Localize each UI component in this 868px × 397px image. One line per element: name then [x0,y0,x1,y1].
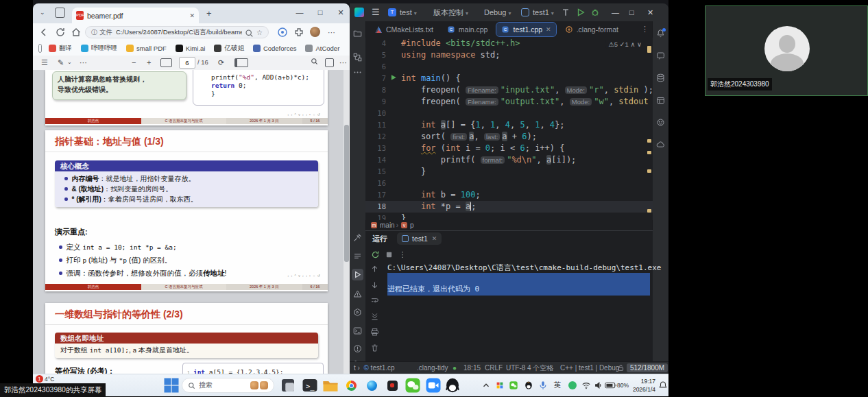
volume-icon[interactable] [592,379,605,392]
page-view-icon[interactable] [234,58,248,67]
run-console[interactable]: C:\Users\24087\Desktop\C语言\test\cmake-bu… [387,263,650,362]
tab-options-icon[interactable]: ⋮ [641,25,649,34]
editor-tab-test1-cpp[interactable]: Ctest1.cpp✕ [496,23,555,36]
memory-indicator[interactable]: 512/1800M [627,363,668,372]
bookmark-item[interactable]: 亿破姐 [214,44,244,53]
ide-close-button[interactable]: ✕ [647,3,653,21]
tool-stripe-inspections-icon[interactable] [352,343,363,354]
zoom-in-icon[interactable]: + [147,57,151,68]
wifi-icon[interactable] [580,379,592,392]
extensions-icon[interactable] [293,27,304,38]
vcs-widget[interactable]: 版本控制▾ [433,3,468,21]
ide-minimize-button[interactable]: — [612,3,619,21]
lock-icon[interactable] [617,363,625,374]
browser-tab-active[interactable]: PDF beamer.pdf ✕ [72,8,199,23]
pdf-more-icon[interactable]: ⋯ [339,57,347,68]
build-hammer-icon[interactable] [561,8,570,17]
tool-stripe-todo-icon[interactable] [352,250,363,262]
ime-indicator[interactable]: 英 [551,379,564,392]
thumbnails-icon[interactable]: ☰ [41,57,48,68]
tab-close-icon[interactable]: ✕ [189,12,195,19]
save-icon[interactable] [325,58,334,67]
breadcrumb-item[interactable]: main [380,221,395,229]
zoom-search-icon[interactable] [245,28,254,37]
bookmark-item[interactable]: AtCoder [305,45,339,52]
terminal-app[interactable]: >_ [302,377,318,394]
run-line-icon[interactable] [390,73,397,84]
ide-maximize-button[interactable]: □ [629,3,634,21]
weather-temp[interactable]: 4°C [45,376,54,383]
fit-width-icon[interactable] [160,58,172,67]
status-context[interactable]: C++ | test1 | Debug [560,362,619,374]
home-icon[interactable] [71,27,82,38]
battery-icon[interactable] [605,379,617,392]
status-breadcrumb[interactable]: t › © test1.cp [354,362,395,374]
tool-stripe-problems-icon[interactable] [352,288,363,300]
browser-minimize-button[interactable]: — [292,5,307,19]
pdf-scrollbar[interactable] [343,70,350,374]
console-soft-wrap-icon[interactable] [370,296,381,306]
rerun-icon[interactable] [368,248,382,261]
reload-icon[interactable] [55,27,66,38]
editor-tab-main-cpp[interactable]: Cmain.cpp [442,23,493,36]
back-icon[interactable] [38,27,49,38]
pinned-dark-app[interactable] [384,377,400,394]
meeting-app[interactable] [425,377,442,394]
tool-stripe-database-icon[interactable] [655,72,666,84]
taskbar-clock[interactable]: 19:17 2026/1/4 [628,377,655,394]
tool-stripe-structure-icon[interactable] [352,51,363,63]
status-clang-tidy[interactable]: .clang-tidy [417,362,448,374]
edge-app[interactable] [363,377,380,394]
tool-stripe-profiler-icon[interactable] [655,117,666,128]
bookmark-item[interactable]: small PDF [126,45,167,52]
browser-maximize-button[interactable]: □ [313,5,328,19]
browser-menu-icon[interactable]: ⋯ [328,28,339,39]
bookmark-item[interactable]: Kimi.ai [176,45,206,52]
tray-wechat-icon[interactable] [507,379,520,392]
workspaces-icon[interactable] [55,8,65,18]
qq-app[interactable] [444,377,461,394]
page-info-icon[interactable]: ⓘ [91,28,97,37]
tool-stripe-run-icon[interactable] [352,269,363,280]
copilot-icon[interactable] [277,27,288,38]
tab-search-chevron-icon[interactable]: ⌄ [40,9,45,16]
toolbar-more-icon[interactable]: ⋯ [80,57,87,68]
code-editor[interactable]: ⚠5 ✓1 ∧ ∨ 4#include <bits/stdc++.h>5usin… [365,38,653,220]
main-menu-icon[interactable]: ☰ [372,3,380,21]
tool-stripe-cloud-icon[interactable] [655,139,666,150]
zoom-out-icon[interactable]: − [132,57,136,68]
console-print-icon[interactable] [370,327,381,338]
device-sync-icon[interactable] [38,44,42,53]
run-tab[interactable]: test1 ✕ [397,232,442,245]
build-type-selector[interactable]: Debug▾ [484,3,511,21]
console-clear-all-icon[interactable] [370,343,381,354]
tray-expand-icon[interactable] [480,379,492,392]
tab-close-icon[interactable]: ✕ [546,26,551,33]
pdf-viewport[interactable]: 人脑计算容易忽略替换规则， 导致优先级错误。 printf("%d", ADD(… [33,70,350,374]
rotate-icon[interactable]: ⟳ [218,57,224,68]
bookmark-item[interactable]: 翻译 [49,44,72,53]
bookmark-item[interactable]: Codeforces [253,45,297,52]
console-scroll-to-end-icon[interactable] [370,311,381,322]
favorite-star-icon[interactable]: ☆ [256,29,263,36]
file-explorer-app[interactable] [322,377,339,394]
address-bar[interactable]: ⓘ 文件 C:/Users/24087/Desktop/C语言/build/be… [85,26,269,38]
bookmark-item[interactable]: 哔哩哔哩 [81,44,117,53]
editor-tab-cmakelists-txt[interactable]: CMakeLists.txt [370,23,438,36]
editor-tab--clang-format[interactable]: .clang-format [560,23,623,36]
tray-qq-icon[interactable] [522,379,535,392]
start-button[interactable] [163,377,180,394]
analysis-status-icon[interactable]: ● [453,362,457,374]
status-line-ending[interactable]: CRLF [485,362,503,374]
video-participant-tile[interactable]: 郭浩然2024303980 [705,5,868,96]
page-number-input[interactable] [179,57,195,69]
breadcrumb-item[interactable]: p [410,221,414,229]
run-button[interactable] [576,8,586,17]
tray-color-app-icon[interactable] [494,379,506,392]
annotate-pen-icon[interactable]: ✎ [58,57,64,68]
tool-stripe-terminal-icon[interactable] [352,325,363,337]
tool-stripe-build-icon[interactable] [352,232,363,243]
console-scroll-down-icon[interactable] [370,280,381,291]
new-tab-icon[interactable]: + [206,8,212,19]
tool-stripe-project-folder-icon[interactable] [352,27,363,39]
